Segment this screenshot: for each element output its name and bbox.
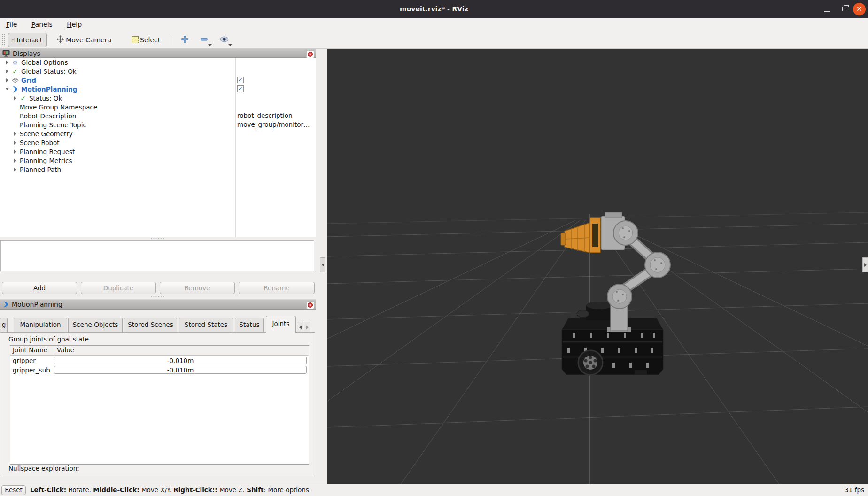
table-row: gripper -0.010m bbox=[10, 356, 309, 365]
close-icon bbox=[308, 302, 313, 308]
close-button[interactable] bbox=[853, 3, 866, 16]
status-ok-icon bbox=[18, 95, 28, 101]
toolbar-separator bbox=[170, 34, 170, 45]
monitor-icon bbox=[2, 50, 10, 57]
displays-tree: Global Options Global Status: Ok Grid bbox=[0, 58, 316, 237]
value-column-header[interactable]: Value bbox=[54, 346, 309, 355]
displays-panel-title: Displays bbox=[13, 50, 40, 57]
collapse-right-panel-button[interactable] bbox=[862, 257, 868, 272]
close-icon bbox=[308, 52, 313, 57]
tree-row-scene-robot[interactable]: Scene Robot bbox=[0, 138, 316, 147]
tab-scene-objects[interactable]: Scene Objects bbox=[68, 318, 123, 332]
remove-tool-button[interactable] bbox=[198, 33, 210, 46]
toolbar-drag-handle[interactable] bbox=[2, 34, 5, 46]
menu-panels[interactable]: Panels bbox=[25, 18, 59, 31]
menu-file[interactable]: File bbox=[0, 18, 23, 31]
motionplanning-visibility-checkbox[interactable] bbox=[237, 85, 244, 92]
gear-icon bbox=[10, 59, 20, 66]
robot-description-value[interactable]: robot_description bbox=[237, 111, 313, 120]
grid-visibility-checkbox[interactable] bbox=[237, 77, 244, 83]
menu-help[interactable]: Help bbox=[61, 18, 88, 31]
motionplanning-panel-title: MotionPlanning bbox=[12, 301, 62, 308]
expander-collapsed-icon[interactable] bbox=[12, 150, 18, 154]
visibility-button[interactable] bbox=[218, 33, 230, 46]
displays-panel-close-button[interactable] bbox=[306, 50, 314, 58]
moveit-icon bbox=[2, 301, 9, 308]
move-camera-tool-button[interactable]: Move Camera bbox=[54, 33, 116, 46]
tree-row-global-options[interactable]: Global Options bbox=[0, 58, 316, 67]
plus-icon bbox=[181, 35, 189, 45]
tree-row-planning-scene-topic[interactable]: Planning Scene Topic move_group/monitor… bbox=[0, 120, 316, 129]
expander-collapsed-icon[interactable] bbox=[4, 70, 10, 73]
help-text: Move X/Y. bbox=[140, 486, 174, 494]
moveit-icon bbox=[10, 86, 20, 93]
expander-expanded-icon[interactable] bbox=[4, 88, 10, 90]
tree-row-planning-metrics[interactable]: Planning Metrics bbox=[0, 156, 316, 165]
expander-collapsed-icon[interactable] bbox=[4, 78, 10, 82]
move-arrows-icon bbox=[56, 35, 64, 45]
toolbar: Interact Move Camera Select bbox=[0, 31, 868, 49]
tree-splitter-handle[interactable] bbox=[0, 237, 316, 240]
expander-collapsed-icon[interactable] bbox=[12, 96, 18, 100]
joint-name-column-header[interactable]: Joint Name bbox=[10, 346, 54, 355]
help-shift: Shift bbox=[247, 486, 264, 494]
fps-counter: 31 fps bbox=[845, 484, 864, 496]
interact-tool-button[interactable]: Interact bbox=[8, 33, 47, 47]
tree-row-planning-request[interactable]: Planning Request bbox=[0, 147, 316, 156]
tree-row-global-status[interactable]: Global Status: Ok bbox=[0, 67, 316, 76]
tab-joints[interactable]: Joints bbox=[266, 316, 296, 333]
robot-model bbox=[561, 212, 670, 375]
joint-value-slider[interactable]: -0.010m bbox=[54, 366, 307, 374]
help-text: Rotate. bbox=[66, 486, 93, 494]
minimize-button[interactable] bbox=[824, 0, 831, 18]
reset-button[interactable]: Reset bbox=[1, 485, 26, 495]
tree-row-robot-description[interactable]: Robot Description robot_description bbox=[0, 111, 316, 120]
collapse-left-panel-button[interactable] bbox=[320, 257, 326, 272]
chevron-down-icon bbox=[228, 44, 232, 46]
expander-collapsed-icon[interactable] bbox=[12, 132, 18, 136]
duplicate-button[interactable]: Duplicate bbox=[81, 282, 156, 294]
tab-scroll-right-button[interactable] bbox=[304, 322, 310, 333]
tab-truncated[interactable]: g bbox=[0, 318, 8, 332]
tree-row-planned-path[interactable]: Planned Path bbox=[0, 165, 316, 174]
motionplanning-panel-close-button[interactable] bbox=[306, 301, 314, 309]
add-button[interactable]: Add bbox=[2, 282, 77, 294]
displays-panel-header[interactable]: Displays bbox=[0, 49, 316, 58]
tab-stored-scenes[interactable]: Stored Scenes bbox=[124, 318, 177, 332]
add-tool-button[interactable] bbox=[178, 33, 191, 46]
tree-row-scene-geometry[interactable]: Scene Geometry bbox=[0, 129, 316, 138]
mouse-help-text: Left-Click: Rotate. Middle-Click: Move X… bbox=[30, 484, 311, 496]
statusbar: Reset Left-Click: Rotate. Middle-Click: … bbox=[0, 484, 868, 496]
restore-button[interactable] bbox=[842, 0, 849, 18]
tree-row-motionplanning[interactable]: MotionPlanning bbox=[0, 85, 316, 93]
planning-scene-topic-value[interactable]: move_group/monitor… bbox=[237, 120, 313, 129]
motionplanning-splitter-handle[interactable] bbox=[0, 295, 316, 298]
expander-collapsed-icon[interactable] bbox=[12, 159, 18, 163]
tab-manipulation[interactable]: Manipulation bbox=[14, 318, 67, 332]
chevron-right-icon bbox=[306, 326, 309, 329]
3d-viewport[interactable] bbox=[327, 49, 868, 484]
joint-name-cell: gripper bbox=[10, 357, 54, 364]
tree-row-move-group-namespace[interactable]: Move Group Namespace bbox=[0, 102, 316, 111]
expander-collapsed-icon[interactable] bbox=[12, 168, 18, 171]
help-text: : More options. bbox=[264, 486, 311, 494]
tab-scroll-left-button[interactable] bbox=[297, 322, 303, 333]
window-title: moveit.rviz* - RViz bbox=[0, 0, 868, 18]
rename-button[interactable]: Rename bbox=[239, 282, 315, 294]
viewport-scene bbox=[327, 49, 868, 484]
select-tool-button[interactable]: Select bbox=[129, 33, 164, 46]
expander-collapsed-icon[interactable] bbox=[4, 61, 10, 64]
tree-row-status-ok[interactable]: Status: Ok bbox=[0, 93, 316, 102]
tab-status[interactable]: Status bbox=[235, 318, 264, 332]
minus-icon bbox=[200, 35, 208, 45]
help-text: Move Z. bbox=[217, 486, 247, 494]
help-middle-click: Middle-Click: bbox=[93, 486, 139, 494]
remove-button[interactable]: Remove bbox=[160, 282, 235, 294]
motionplanning-panel-header[interactable]: MotionPlanning bbox=[0, 299, 316, 310]
tab-stored-states[interactable]: Stored States bbox=[179, 318, 233, 332]
chevron-left-icon bbox=[299, 326, 302, 329]
expander-collapsed-icon[interactable] bbox=[12, 141, 18, 145]
tree-row-grid[interactable]: Grid bbox=[0, 76, 316, 85]
selection-box-icon bbox=[132, 36, 139, 43]
joint-value-slider[interactable]: -0.010m bbox=[54, 356, 307, 364]
